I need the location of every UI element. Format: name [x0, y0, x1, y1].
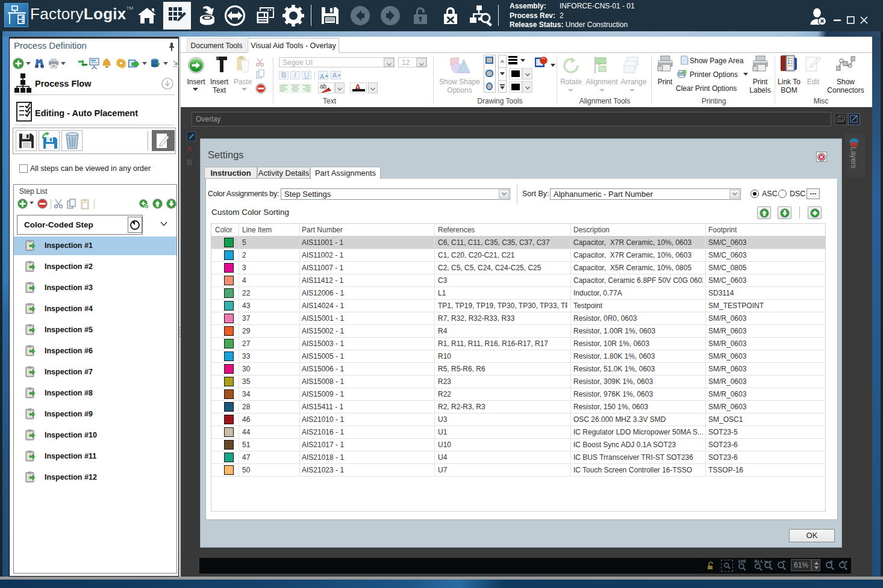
- svg-text:?: ?: [684, 70, 685, 74]
